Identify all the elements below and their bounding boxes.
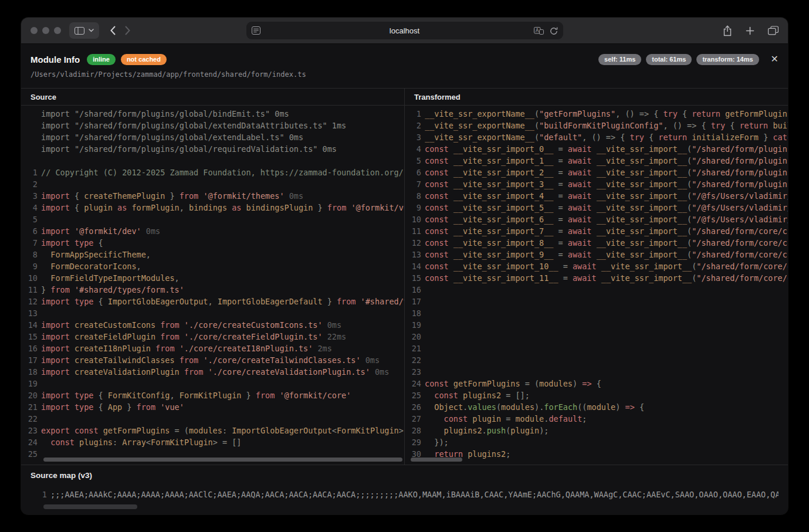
sourcemap-line-number: 1 [31, 489, 50, 500]
minimize-window-button[interactable] [42, 27, 49, 34]
code-line: 15const __vite_ssr_import_11__ = await _… [405, 272, 788, 284]
metric-total: total: 61ms [646, 54, 692, 65]
code-line: 16 [405, 284, 788, 296]
status-badge-inline: inline [87, 54, 116, 65]
code-line: 7const __vite_ssr_import_3__ = await __v… [405, 178, 788, 190]
code-line: 17import createTailwindClasses from './c… [21, 354, 404, 366]
sourcemap-horizontal-scrollbar[interactable] [43, 504, 137, 509]
source-panel: Source import "/shared/form/plugins/glob… [21, 89, 405, 465]
back-button[interactable] [110, 26, 116, 35]
tab-overview-button[interactable] [768, 26, 778, 35]
page-settings-button[interactable] [252, 26, 260, 35]
browser-toolbar: localhost A [21, 18, 788, 44]
code-line: 30 return plugins2; [405, 448, 788, 460]
close-window-button[interactable] [31, 27, 38, 34]
code-line [21, 155, 404, 167]
code-line: 20import type { FormKitConfig, FormKitPl… [21, 389, 404, 401]
code-line: import "/shared/form/plugins/global/requ… [21, 143, 404, 155]
code-line: 7import type { [21, 237, 404, 249]
code-line: 10const __vite_ssr_import_6__ = await __… [405, 214, 788, 225]
source-horizontal-scrollbar[interactable] [43, 458, 402, 462]
source-code: import "/shared/form/plugins/global/bind… [21, 106, 404, 460]
code-line: 29 }); [405, 436, 788, 448]
code-line: 22 [405, 354, 788, 366]
svg-text:A: A [535, 27, 539, 33]
translate-button[interactable]: A [534, 27, 544, 35]
code-line: 21 [405, 343, 788, 354]
code-line: 25 const plugins2 = []; [405, 389, 788, 401]
code-line: 17 [405, 296, 788, 307]
code-line: 23export const getFormPlugins = (modules… [21, 425, 404, 436]
module-info-header: Module Info inline not cached self: 11ms… [21, 44, 788, 88]
code-line: 18 [405, 307, 788, 319]
code-panels: Source import "/shared/form/plugins/glob… [21, 88, 788, 465]
source-panel-title: Source [21, 89, 404, 106]
code-line: 24const getFormPlugins = (modules) => { [405, 378, 788, 389]
code-line: 1__vite_ssr_exportName__("getFormPlugins… [405, 108, 788, 120]
code-line: 24 const plugins: Array<FormKitPlugin> =… [21, 436, 404, 448]
code-line: 20 [405, 331, 788, 343]
code-line: 3import { createThemePlugin } from '@for… [21, 190, 404, 202]
forward-button[interactable] [125, 26, 131, 35]
code-line: 2 [21, 178, 404, 190]
sidebar-icon [75, 27, 84, 35]
metric-self: self: 11ms [598, 54, 641, 65]
code-line: 4import { plugin as formPlugin, bindings… [21, 202, 404, 214]
window-controls [31, 27, 61, 34]
code-line: import "/shared/form/plugins/global/bind… [21, 108, 404, 120]
code-line: 11} from '#shared/types/form.ts' [21, 284, 404, 296]
sourcemap-section: Source map (v3) 1 ;;;AAEA;AAAkC;AAAA;AAA… [21, 465, 788, 514]
code-line: 14const __vite_ssr_import_10__ = await _… [405, 260, 788, 272]
sourcemap-line: 1 ;;;AAEA;AAAkC;AAAA;AAAA;AAAA;AAClC;AAE… [21, 486, 778, 500]
code-line: 28 plugins2.push(plugin); [405, 425, 788, 436]
url-text: localhost [246, 26, 563, 35]
code-line: 12import type { ImportGlobEagerOutput, I… [21, 296, 404, 307]
code-line: import "/shared/form/plugins/global/exte… [21, 131, 404, 143]
zoom-window-button[interactable] [54, 27, 61, 34]
code-line: 8const __vite_ssr_import_4__ = await __v… [405, 190, 788, 202]
reload-button[interactable] [550, 26, 558, 35]
code-line: 8 FormAppSpecificTheme, [21, 249, 404, 260]
page-title: Module Info [31, 55, 80, 65]
code-line: 19 [21, 378, 404, 389]
code-line: 2__vite_ssr_exportName__("buildFormKitPl… [405, 120, 788, 131]
code-line: 14import createCustomIcons from './core/… [21, 319, 404, 331]
module-inspector-page: Module Info inline not cached self: 11ms… [21, 44, 788, 514]
code-line: 4const __vite_ssr_import_0__ = await __v… [405, 143, 788, 155]
transformed-code: 1__vite_ssr_exportName__("getFormPlugins… [405, 106, 788, 460]
sourcemap-mappings: ;;;AAEA;AAAkC;AAAA;AAAA;AAAA;AAClC;AAEA;… [50, 489, 778, 500]
code-line: 19 [405, 319, 788, 331]
transformed-panel: Transformed 1__vite_ssr_exportName__("ge… [405, 89, 788, 465]
code-line: 5const __vite_ssr_import_1__ = await __v… [405, 155, 788, 167]
code-line: 22 [21, 413, 404, 425]
status-badge-not-cached: not cached [121, 54, 167, 65]
metric-transform: transform: 14ms [696, 54, 759, 65]
new-tab-button[interactable] [746, 26, 754, 35]
address-bar[interactable]: localhost A [246, 22, 563, 39]
code-line: 12const __vite_ssr_import_8__ = await __… [405, 237, 788, 249]
code-line: 15import createFieldPlugin from './core/… [21, 331, 404, 343]
close-icon[interactable]: ✕ [771, 55, 778, 64]
code-line: 27 const plugin = module.default; [405, 413, 788, 425]
code-line: 6const __vite_ssr_import_2__ = await __v… [405, 167, 788, 178]
code-line: 21import type { App } from 'vue' [21, 401, 404, 413]
code-line: 6import '@formkit/dev' 0ms [21, 225, 404, 237]
code-line: 9const __vite_ssr_import_5__ = await __v… [405, 202, 788, 214]
code-line: 3__vite_ssr_exportName__("default", () =… [405, 131, 788, 143]
browser-window: localhost A M [21, 18, 788, 514]
sourcemap-title: Source map (v3) [31, 471, 778, 483]
transformed-horizontal-scrollbar[interactable] [411, 458, 462, 462]
code-line: 13const __vite_ssr_import_9__ = await __… [405, 249, 788, 260]
module-path: /Users/vladimir/Projects/zammad/app/fron… [31, 70, 778, 81]
code-line: 16import createI18nPlugin from './core/c… [21, 343, 404, 354]
code-line: 5 [21, 214, 404, 225]
code-line: 18import createValidationPlugin from './… [21, 366, 404, 378]
code-line: 10 FormFieldTypeImportModules, [21, 272, 404, 284]
code-line: import "/shared/form/plugins/global/exte… [21, 120, 404, 131]
sidebar-toggle-button[interactable] [69, 22, 99, 39]
code-line: 13 [21, 307, 404, 319]
code-line: 1// Copyright (C) 2012-2025 Zammad Found… [21, 167, 404, 178]
transformed-panel-title: Transformed [405, 89, 788, 106]
code-line: 23 [405, 366, 788, 378]
share-button[interactable] [723, 25, 732, 36]
